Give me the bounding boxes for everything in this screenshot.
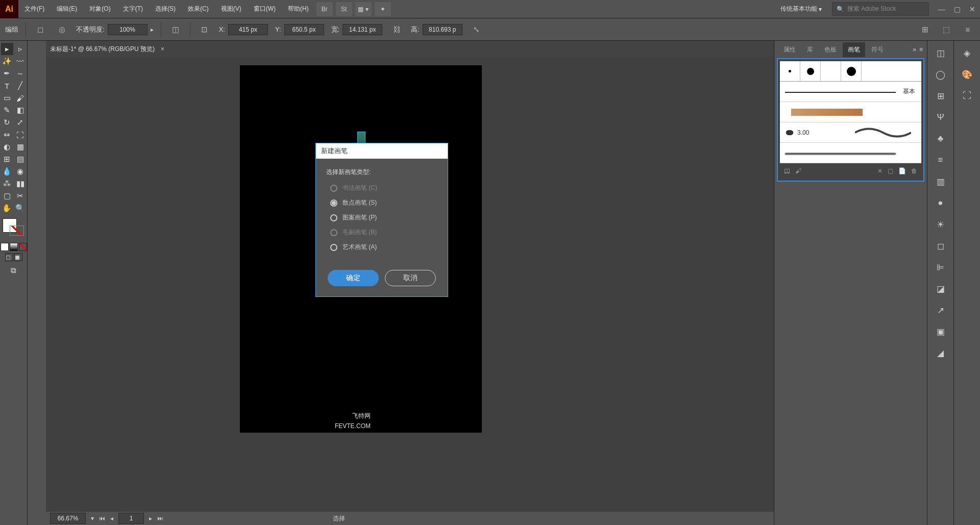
lasso-tool[interactable]: 〰 [14, 55, 27, 67]
chevron-right-icon[interactable]: ▸ [151, 26, 154, 33]
blend-tool[interactable]: ◉ [14, 165, 27, 178]
type-tool[interactable]: T [1, 80, 13, 92]
stock-icon[interactable]: St [336, 2, 352, 16]
clover-icon[interactable]: ♣ [934, 132, 948, 146]
draw-behind-icon[interactable]: ◼ [14, 253, 22, 261]
menu-file[interactable]: 文件(F) [18, 0, 51, 18]
shaper-tool[interactable]: ✎ [1, 104, 13, 116]
line-tool[interactable]: ╱ [14, 80, 27, 92]
tab-libraries[interactable]: 库 [802, 42, 818, 57]
direct-selection-tool[interactable]: ▹ [14, 43, 27, 55]
options-icon[interactable]: ▢ [888, 167, 893, 174]
screen-mode-icon[interactable]: ⧉ [8, 264, 20, 277]
connector-icon[interactable]: Ψ [934, 110, 948, 124]
workspace-selector[interactable]: 传统基本功能 ▾ [775, 5, 827, 13]
nav-prev-icon[interactable]: ◂ [110, 515, 113, 522]
brush-thumb-2[interactable] [800, 61, 821, 81]
bridge-icon[interactable]: Br [316, 2, 333, 16]
new-brush-icon[interactable]: 📄 [898, 167, 906, 174]
window-maximize[interactable]: ▢ [949, 4, 965, 14]
gpu-icon[interactable]: ✦ [375, 2, 391, 16]
panel-menu-icon[interactable]: ≡ [919, 46, 923, 53]
document-tab[interactable]: 未标题-1* @ 66.67% (RGB/GPU 预览) × [46, 41, 774, 57]
fill-stroke-control[interactable] [3, 218, 25, 241]
zoom-input[interactable]: 66.67% [50, 513, 86, 524]
menu-select[interactable]: 选择(S) [149, 0, 182, 18]
circle-icon[interactable]: ● [934, 196, 948, 210]
line-icon[interactable]: ≡ [934, 153, 948, 167]
close-tab-icon[interactable]: × [161, 45, 164, 53]
scale-tool[interactable]: ⤢ [14, 116, 27, 129]
swatch-white[interactable] [1, 243, 9, 251]
window-minimize[interactable]: ― [934, 4, 949, 14]
tab-symbols[interactable]: 符号 [866, 42, 889, 57]
search-input[interactable]: 🔍搜索 Adobe Stock [832, 2, 929, 16]
x-input[interactable]: 415 px [228, 24, 268, 35]
menu-edit[interactable]: 编辑(E) [51, 0, 83, 18]
swatch-gradient[interactable] [10, 243, 18, 251]
left-collapsed-dock[interactable] [28, 41, 46, 525]
nav-next-icon[interactable]: ▸ [149, 515, 152, 522]
brush-thumb-3[interactable] [821, 61, 841, 81]
menu-effect[interactable]: 效果(C) [182, 0, 215, 18]
rotate-tool[interactable]: ↻ [1, 116, 13, 129]
layers-dock-icon[interactable]: ▣ [934, 324, 948, 339]
paintbrush-tool[interactable]: 🖌 [14, 92, 27, 104]
hand-tool[interactable]: ✋ [1, 202, 13, 214]
nav-first-icon[interactable]: ⏮ [99, 515, 105, 522]
layers-icon[interactable]: ◈ [960, 46, 974, 60]
eraser-tool[interactable]: ◧ [14, 104, 27, 116]
prefs-icon[interactable]: ≡ [961, 22, 975, 37]
link-wh-icon[interactable]: ⛓ [389, 22, 404, 37]
arrange-docs-icon[interactable]: ▦ ▾ [355, 2, 372, 16]
crop-icon[interactable]: ⛶ [960, 89, 974, 103]
stroke-swatch[interactable] [10, 226, 24, 236]
brush-lib-icon[interactable]: 🖌 [795, 167, 801, 174]
tab-properties[interactable]: 属性 [778, 42, 801, 57]
gradient-tool[interactable]: ▤ [14, 153, 27, 165]
radio-scatter[interactable]: 散点画笔 (S) [326, 198, 437, 207]
menu-type[interactable]: 文字(T) [117, 0, 149, 18]
artboard-input[interactable]: 1 [118, 513, 144, 524]
libraries-icon[interactable]: 🕮 [784, 167, 790, 174]
w-input[interactable]: 14.131 px [342, 24, 382, 35]
magic-wand-tool[interactable]: ✨ [1, 55, 13, 67]
export-icon[interactable]: ↗ [934, 303, 948, 317]
window-close[interactable]: ✕ [965, 4, 980, 14]
brush-thumb-4[interactable] [841, 61, 862, 81]
cube-icon[interactable]: ◫ [934, 46, 948, 60]
width-tool[interactable]: ⇔ [1, 129, 13, 141]
menu-view[interactable]: 视图(V) [215, 0, 248, 18]
brush-item-calli[interactable]: 3.00 [780, 122, 921, 143]
perspective-tool[interactable]: ▦ [14, 141, 27, 153]
pathfinder-icon[interactable]: ◪ [934, 282, 948, 296]
edit-content-icon[interactable]: ◻ [33, 22, 47, 37]
align-icon[interactable]: ⊞ [918, 22, 932, 37]
zoom-tool[interactable]: 🔍 [14, 202, 27, 214]
rectangle-tool[interactable]: ▭ [1, 92, 13, 104]
brush-thumb-1[interactable] [780, 61, 800, 81]
shape-builder-tool[interactable]: ◐ [1, 141, 13, 153]
draw-normal-icon[interactable]: ◻ [5, 253, 13, 261]
align2-icon[interactable]: ⊫ [934, 260, 948, 274]
pen-tool[interactable]: ✒ [1, 67, 13, 80]
selection-tool[interactable]: ▸ [1, 43, 13, 55]
canvas-area[interactable]: 未标题-1* @ 66.67% (RGB/GPU 预览) × 飞特网 FEVTE… [46, 41, 774, 525]
swatch-none[interactable] [19, 243, 27, 251]
corner-icon[interactable]: ◢ [934, 346, 948, 360]
menu-object[interactable]: 对象(O) [83, 0, 116, 18]
cancel-button[interactable]: 取消 [385, 270, 436, 286]
menu-help[interactable]: 帮助(H) [282, 0, 315, 18]
opacity-input[interactable]: 100% [108, 24, 148, 35]
brush-item-charcoal[interactable] [780, 143, 921, 163]
brush-item-pattern[interactable] [780, 102, 921, 122]
isolate-icon[interactable]: ◎ [55, 22, 69, 37]
slice-tool[interactable]: ✂ [14, 190, 27, 202]
cc-icon[interactable]: ◯ [934, 67, 948, 82]
palette-icon[interactable]: 🎨 [960, 67, 974, 82]
gradient2-icon[interactable]: ▥ [934, 174, 948, 189]
recolor-icon[interactable]: ◫ [168, 22, 183, 37]
tab-swatches[interactable]: 色板 [819, 42, 842, 57]
transform-more-icon[interactable]: ⤡ [470, 22, 484, 37]
chevron-down-icon[interactable]: ▾ [91, 515, 94, 522]
